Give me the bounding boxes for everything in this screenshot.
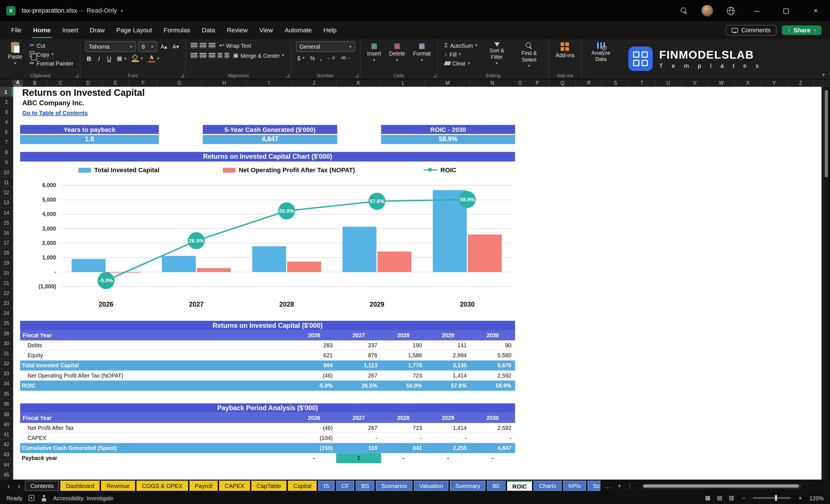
row-header-41[interactable]: 41: [0, 429, 12, 439]
column-header-k[interactable]: K: [337, 80, 381, 86]
table-of-contents-link[interactable]: Go to Table of Contents: [22, 109, 88, 116]
column-header-f[interactable]: F: [130, 80, 157, 86]
value-cell[interactable]: (150): [292, 443, 337, 453]
font-size-select[interactable]: 8▾: [138, 41, 157, 52]
macro-record-icon[interactable]: [29, 495, 35, 501]
column-header-o[interactable]: O: [515, 80, 526, 86]
row-header-36[interactable]: 36: [0, 399, 12, 409]
value-cell[interactable]: 5,580: [471, 350, 515, 360]
row-header-38[interactable]: 38: [0, 409, 12, 419]
menu-tab-review[interactable]: Review: [221, 21, 254, 39]
column-header-d[interactable]: D: [75, 80, 102, 86]
value-cell[interactable]: 26.5%: [337, 381, 381, 391]
row-header-19[interactable]: 19: [0, 258, 12, 268]
row-label-total-invested-capital[interactable]: Total Invested Capital: [20, 360, 291, 371]
legend-item-roic[interactable]: ROIC: [423, 166, 456, 174]
row-label-cumulative-cash-generated-spent[interactable]: Cumulative Cash Generated (Spent): [20, 443, 291, 453]
year-cell-2026[interactable]: 2026: [292, 330, 337, 340]
value-cell[interactable]: (46): [292, 423, 337, 433]
value-cell[interactable]: 904: [292, 360, 337, 371]
fiscal-year-label[interactable]: Fiscal Year: [20, 413, 291, 423]
sheet-options-button[interactable]: …: [628, 480, 635, 492]
value-cell[interactable]: 1: [337, 453, 381, 463]
menu-tab-insert[interactable]: Insert: [56, 21, 84, 39]
sheet-tab-is[interactable]: IS: [318, 481, 334, 491]
sheet-tab-kpis[interactable]: KPIs: [563, 481, 586, 491]
value-cell[interactable]: 1,414: [425, 423, 470, 433]
row-header-10[interactable]: 10: [0, 167, 12, 177]
decrease-decimal-button[interactable]: .00→: [338, 55, 352, 61]
search-icon[interactable]: [681, 7, 688, 14]
font-dialog-launcher[interactable]: [181, 74, 184, 77]
column-header-s[interactable]: S: [602, 80, 629, 86]
value-cell[interactable]: 1,778: [381, 360, 425, 371]
align-center-icon[interactable]: [200, 53, 206, 58]
kpi-label-cash-generated[interactable]: 5-Year Cash Generated ($'000): [203, 125, 337, 134]
clear-button[interactable]: Clear▾: [443, 59, 479, 67]
column-header-y[interactable]: Y: [761, 80, 788, 86]
menu-tab-file[interactable]: File: [5, 21, 28, 39]
year-cell-2028[interactable]: 2028: [381, 413, 425, 423]
menu-tab-data[interactable]: Data: [196, 21, 221, 39]
row-header-17[interactable]: 17: [0, 238, 12, 248]
horizontal-scrollbar-thumb[interactable]: [643, 484, 799, 487]
select-all-corner[interactable]: [0, 80, 13, 87]
menu-tab-home[interactable]: Home: [27, 21, 56, 39]
add-sheet-button[interactable]: +: [615, 482, 624, 490]
borders-button[interactable]: ▦▾: [115, 55, 128, 62]
column-header-b[interactable]: B: [23, 80, 47, 86]
row-label-net-profit-after-tax[interactable]: Net Profit After Tax: [20, 423, 291, 433]
vertical-scrollbar[interactable]: [823, 87, 829, 480]
value-cell[interactable]: 1,588: [381, 350, 425, 360]
column-header-u[interactable]: U: [655, 80, 682, 86]
autosum-button[interactable]: ΣAutoSum▾: [443, 41, 479, 49]
roic-chart-svg[interactable]: 6,0005,0004,0003,0002,0001,000-(1,000)-5…: [32, 181, 515, 312]
sheet-tab-be[interactable]: BE: [487, 481, 505, 491]
comments-button[interactable]: Comments: [726, 25, 776, 35]
decrease-font-button[interactable]: A▾: [171, 43, 181, 51]
column-header-v[interactable]: V: [682, 80, 708, 86]
sheet-tab-cogs-opex[interactable]: COGS & OPEX: [137, 481, 188, 491]
align-bottom-icon[interactable]: [209, 43, 215, 48]
accessibility-status[interactable]: Accessibility: Investigate: [53, 495, 114, 501]
value-cell[interactable]: 58.9%: [471, 381, 515, 391]
fill-color-button[interactable]: ▾: [130, 54, 145, 63]
year-cell-2029[interactable]: 2029: [425, 330, 470, 340]
sheet-tab-payroll[interactable]: Payroll: [189, 481, 218, 491]
sheet-tab-cf[interactable]: CF: [336, 481, 354, 491]
year-cell-2026[interactable]: 2026: [292, 413, 337, 423]
sheet-tab-summary[interactable]: Summary: [450, 481, 485, 491]
row-header-3[interactable]: 3: [0, 107, 12, 117]
column-header-t[interactable]: T: [629, 80, 656, 86]
value-cell[interactable]: 4,847: [471, 443, 515, 453]
column-header-j[interactable]: J: [292, 80, 337, 86]
value-cell[interactable]: 141: [425, 340, 470, 350]
increase-indent-icon[interactable]: [225, 53, 229, 58]
page-layout-view-icon[interactable]: ▤: [717, 495, 723, 501]
row-header-22[interactable]: 22: [0, 288, 12, 298]
row-header-33[interactable]: 33: [0, 369, 12, 379]
row-header-18[interactable]: 18: [0, 248, 12, 258]
more-sheets-button[interactable]: …: [602, 482, 613, 490]
bold-button[interactable]: B: [85, 55, 93, 62]
value-cell[interactable]: 50.0%: [381, 381, 425, 391]
value-cell[interactable]: 876: [337, 350, 381, 360]
value-cell[interactable]: -: [381, 453, 425, 463]
zoom-out-button[interactable]: −: [740, 494, 746, 502]
font-name-select[interactable]: Tahoma▾: [85, 41, 136, 52]
column-header-g[interactable]: G: [157, 80, 202, 86]
column-header-n[interactable]: N: [470, 80, 515, 86]
kpi-value-cash-generated[interactable]: 4,847: [203, 135, 337, 144]
value-cell[interactable]: 118: [337, 443, 381, 453]
sheet-tab-dashboard[interactable]: Dashboard: [61, 481, 100, 491]
value-cell[interactable]: 2,592: [471, 371, 515, 381]
zoom-level[interactable]: 120%: [809, 495, 824, 501]
value-cell[interactable]: 3,135: [425, 360, 470, 371]
sheet-tab-roic[interactable]: ROIC: [507, 481, 532, 491]
cut-button[interactable]: ✂Cut: [28, 41, 75, 49]
row-header-30[interactable]: 30: [0, 339, 12, 349]
row-header-15[interactable]: 15: [0, 218, 12, 228]
value-cell[interactable]: 237: [337, 340, 381, 350]
normal-view-icon[interactable]: ▦: [705, 495, 710, 501]
sheet-tab-capital[interactable]: Capital: [288, 481, 317, 491]
